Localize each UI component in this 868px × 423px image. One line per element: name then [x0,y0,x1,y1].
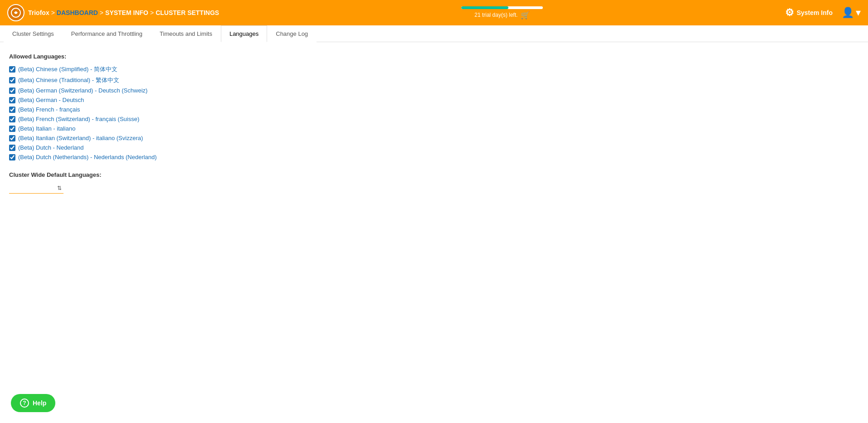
language-checkbox-lang8[interactable] [9,135,15,141]
cluster-default-section: Cluster Wide Default Languages: EnglishC… [9,171,859,194]
language-checkbox-lang6[interactable] [9,116,15,122]
language-item-lang8: (Beta) Itanlian (Switzerland) - italiano… [9,135,859,141]
trial-progress-fill [461,6,508,9]
default-language-select[interactable]: EnglishChinese (Simplified)Chinese (Trad… [9,183,63,194]
logo-icon [7,4,24,21]
gear-icon: ⚙ [785,7,794,19]
tab-change-log[interactable]: Change Log [267,25,317,42]
language-label-lang2: (Beta) Chinese (Traditional) - 繁体中文 [18,76,119,84]
tab-cluster-settings[interactable]: Cluster Settings [4,25,63,42]
language-label-lang9: (Beta) Dutch - Nederland [18,144,84,151]
trial-section: 21 trial day(s) left. 🛒 [461,6,543,19]
tabs-bar: Cluster SettingsPerformance and Throttli… [0,25,868,42]
language-label-lang1: (Beta) Chinese (Simplified) - 简体中文 [18,65,117,73]
language-item-lang9: (Beta) Dutch - Nederland [9,144,859,151]
tab-timeouts-limits[interactable]: Timeouts and Limits [151,25,221,42]
language-checkbox-lang10[interactable] [9,154,15,160]
trial-progress-bar [461,6,543,9]
language-checkbox-lang2[interactable] [9,77,15,83]
language-checkbox-lang9[interactable] [9,145,15,151]
system-info-button[interactable]: ⚙ System Info [785,7,833,19]
trial-days-label: 21 trial day(s) left. [474,12,517,18]
default-language-select-wrapper: EnglishChinese (Simplified)Chinese (Trad… [9,183,63,194]
language-label-lang5: (Beta) French - français [18,106,80,113]
language-label-lang3: (Beta) German (Switzerland) - Deutsch (S… [18,87,147,94]
header-left: Triofox > DASHBOARD > SYSTEM INFO > CLUS… [7,4,219,21]
breadcrumb-dashboard[interactable]: DASHBOARD [57,9,98,16]
header-right: ⚙ System Info 👤 ▾ [785,7,861,19]
language-label-lang7: (Beta) Italian - italiano [18,125,75,132]
language-item-lang7: (Beta) Italian - italiano [9,125,859,132]
language-checkbox-lang5[interactable] [9,107,15,113]
language-item-lang3: (Beta) German (Switzerland) - Deutsch (S… [9,87,859,94]
tab-languages[interactable]: Languages [221,25,267,42]
user-chevron-icon: ▾ [856,7,861,19]
language-item-lang1: (Beta) Chinese (Simplified) - 简体中文 [9,65,859,73]
language-label-lang4: (Beta) German - Deutsch [18,97,84,103]
language-checkbox-lang3[interactable] [9,88,15,94]
breadcrumb: Triofox > DASHBOARD > SYSTEM INFO > CLUS… [28,9,219,16]
language-label-lang6: (Beta) French (Switzerland) - français (… [18,116,139,122]
language-checkbox-lang1[interactable] [9,66,15,73]
header: Triofox > DASHBOARD > SYSTEM INFO > CLUS… [0,0,868,25]
language-item-lang6: (Beta) French (Switzerland) - français (… [9,116,859,122]
system-info-label: System Info [797,9,833,16]
cart-icon[interactable]: 🛒 [521,11,530,19]
language-label-lang8: (Beta) Itanlian (Switzerland) - italiano… [18,135,143,141]
user-menu-button[interactable]: 👤 ▾ [842,7,861,19]
language-item-lang4: (Beta) German - Deutsch [9,97,859,103]
language-label-lang10: (Beta) Dutch (Netherlands) - Nederlands … [18,154,157,160]
language-checkbox-lang7[interactable] [9,126,15,132]
breadcrumb-app: Triofox [28,9,49,16]
cluster-default-label: Cluster Wide Default Languages: [9,171,859,178]
language-item-lang5: (Beta) French - français [9,106,859,113]
language-item-lang10: (Beta) Dutch (Netherlands) - Nederlands … [9,154,859,160]
breadcrumb-sep1: > [51,9,55,16]
language-item-lang2: (Beta) Chinese (Traditional) - 繁体中文 [9,76,859,84]
breadcrumb-sep3: > [150,9,154,16]
user-avatar-icon: 👤 [842,7,854,19]
languages-list: (Beta) Chinese (Simplified) - 简体中文(Beta)… [9,65,859,160]
breadcrumb-cluster-settings: CLUSTER SETTINGS [156,9,219,16]
allowed-languages-label: Allowed Languages: [9,53,859,60]
trial-text-row: 21 trial day(s) left. 🛒 [474,11,529,19]
main-content: Allowed Languages: (Beta) Chinese (Simpl… [0,42,868,204]
breadcrumb-sep2: > [100,9,103,16]
language-checkbox-lang4[interactable] [9,97,15,103]
tab-performance-throttling[interactable]: Performance and Throttling [63,25,151,42]
breadcrumb-system-info: SYSTEM INFO [105,9,148,16]
